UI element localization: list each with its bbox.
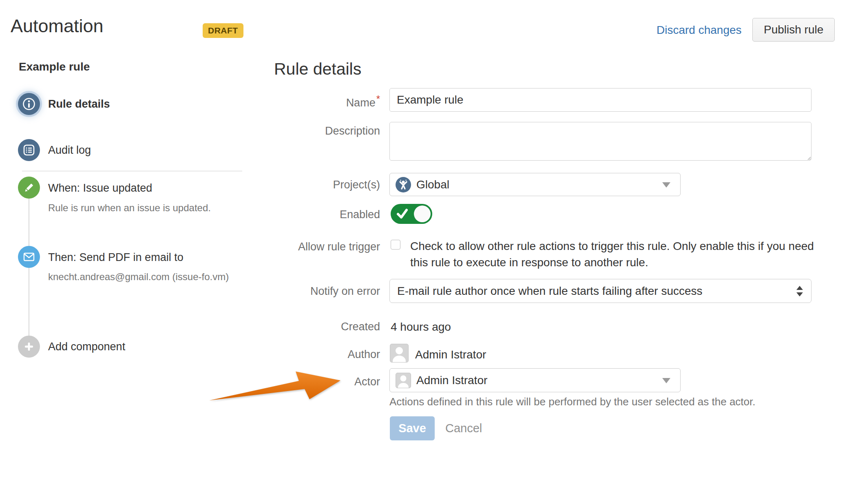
global-icon [396, 177, 411, 192]
avatar [396, 373, 411, 388]
notify-on-error-select[interactable]: E-mail rule author once when rule starts… [389, 279, 811, 303]
cancel-button[interactable]: Cancel [445, 422, 482, 435]
draft-status-badge: DRAFT [203, 23, 243, 38]
actor-selected-value: Admin Istrator [416, 374, 487, 387]
envelope-icon [18, 246, 40, 268]
timeline-item-when[interactable]: When: Issue updated [48, 182, 152, 195]
author-value: Admin Istrator [415, 348, 486, 361]
discard-changes-link[interactable]: Discard changes [657, 24, 742, 37]
save-button[interactable]: Save [390, 416, 435, 440]
allow-rule-trigger-description: Check to allow other rule actions to tri… [410, 238, 815, 271]
pencil-icon [18, 177, 40, 199]
sidebar-rule-name: Example rule [19, 60, 90, 73]
timeline-item-then-description: knecht.andreas@gmail.com (issue-fo.vm) [48, 268, 238, 285]
created-value: 4 hours ago [391, 321, 451, 334]
notify-on-error-label: Notify on error [261, 285, 380, 298]
enabled-label: Enabled [261, 208, 380, 221]
check-icon [394, 204, 410, 224]
sidebar-divider [22, 171, 242, 171]
actor-dropdown[interactable]: Admin Istrator [389, 368, 681, 392]
name-label: Name* [261, 93, 380, 109]
allow-rule-trigger-label: Allow rule trigger [261, 241, 380, 253]
avatar [390, 344, 409, 363]
description-label: Description [261, 125, 380, 137]
name-label-text: Name [346, 97, 376, 109]
enabled-toggle[interactable] [391, 204, 432, 224]
created-label: Created [261, 321, 380, 333]
form-heading: Rule details [274, 60, 361, 79]
description-textarea[interactable] [389, 122, 811, 161]
sidebar-item-audit-log[interactable]: Audit log [48, 144, 91, 157]
actor-help-text: Actions defined in this rule will be per… [389, 396, 755, 408]
timeline-item-then[interactable]: Then: Send PDF in email to [48, 251, 184, 264]
notify-selected-value: E-mail rule author once when rule starts… [397, 285, 703, 298]
chevron-down-icon [662, 182, 670, 188]
page-title: Automation [11, 15, 104, 37]
projects-selected-value: Global [416, 178, 449, 191]
name-input[interactable] [389, 88, 811, 112]
required-asterisk: * [376, 93, 380, 104]
publish-rule-button[interactable]: Publish rule [752, 18, 835, 42]
allow-rule-trigger-checkbox[interactable] [391, 240, 400, 250]
plus-icon [18, 336, 40, 358]
orange-arrow [206, 368, 345, 415]
info-icon [18, 93, 40, 115]
projects-label: Project(s) [261, 179, 380, 191]
chevron-down-icon [662, 378, 670, 383]
audit-log-icon [18, 139, 40, 161]
timeline-item-when-description: Rule is run when an issue is updated. [48, 199, 211, 216]
toggle-knob [414, 206, 431, 222]
sidebar-item-rule-details[interactable]: Rule details [48, 98, 110, 111]
author-label: Author [261, 348, 380, 361]
add-component-button[interactable]: Add component [48, 340, 125, 353]
projects-dropdown[interactable]: Global [389, 173, 681, 196]
select-spinner-icon [796, 286, 803, 296]
